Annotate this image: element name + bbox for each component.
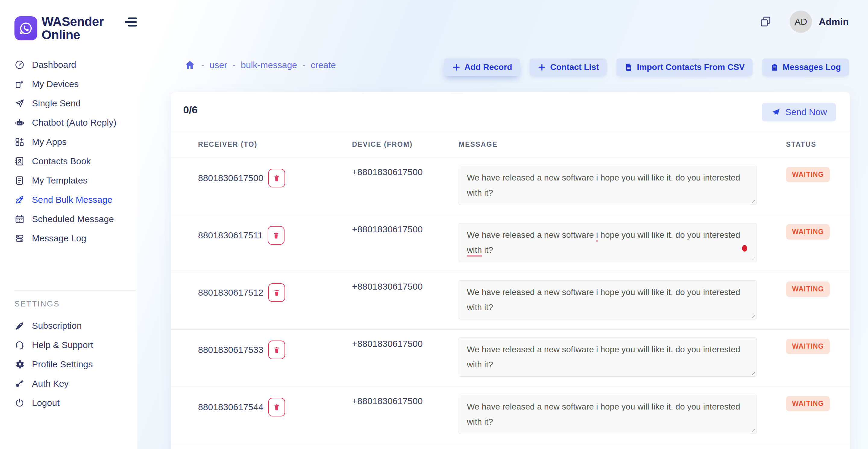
delete-row-button[interactable]: [268, 169, 285, 187]
app-window: WASender Online DashboardMy DevicesSingl…: [0, 0, 868, 449]
breadcrumb: -user-bulk-message-create: [184, 59, 336, 71]
plus-icon: [537, 63, 547, 72]
message-cell: We have released a new software i hope y…: [459, 272, 786, 329]
sidebar-item-scheduled-message[interactable]: Scheduled Message: [0, 210, 137, 229]
user-name: Admin: [818, 16, 849, 27]
sidebar-item-label: Single Send: [32, 98, 81, 108]
delete-row-button[interactable]: [268, 341, 285, 359]
csv-file-icon: [624, 63, 633, 72]
trash-icon: [272, 231, 280, 239]
message-textarea[interactable]: We have released a new software i hope y…: [459, 395, 756, 434]
user-menu[interactable]: AD Admin: [789, 10, 849, 33]
breadcrumb-item-user[interactable]: user: [210, 60, 227, 70]
sidebar-item-label: Profile Settings: [32, 359, 93, 370]
paper-plane-outline-icon: [14, 98, 25, 109]
key-icon: [14, 378, 25, 389]
sidebar-item-single-send[interactable]: Single Send: [0, 94, 137, 113]
resize-handle-icon[interactable]: [750, 370, 755, 375]
sidebar-toggle-icon[interactable]: [125, 18, 137, 27]
sidebar-item-label: My Apps: [32, 137, 67, 147]
sidebar-item-my-templates[interactable]: My Templates: [0, 171, 137, 190]
breadcrumb-item-create[interactable]: create: [311, 60, 336, 70]
delete-row-button[interactable]: [268, 398, 285, 416]
status-badge: WAITING: [786, 167, 830, 182]
table-row: 8801830617533 +8801830617500 We have rel…: [171, 330, 850, 387]
receiver-number: 8801830617533: [198, 341, 264, 355]
settings-section-label: SETTINGS: [14, 299, 60, 309]
receiver-cell: 8801830617500: [198, 158, 352, 215]
sidebar-item-help-support[interactable]: Help & Support: [0, 335, 137, 355]
sidebar-item-chatbot-auto-reply[interactable]: Chatbot (Auto Reply): [0, 113, 137, 132]
messages-log-button[interactable]: Messages Log: [762, 59, 849, 76]
delete-row-button[interactable]: [268, 226, 284, 245]
receiver-cell: 8801830617511: [198, 215, 352, 272]
table-row: 8801830617544 +8801830617500 We have rel…: [171, 387, 850, 444]
device-cell: +8801830617500: [352, 330, 459, 387]
window-copy-icon[interactable]: [759, 15, 772, 28]
sidebar-item-contacts-book[interactable]: Contacts Book: [0, 152, 137, 171]
button-label: Contact List: [550, 62, 599, 72]
sidebar-item-dashboard[interactable]: Dashboard: [0, 55, 137, 74]
sidebar-item-message-log[interactable]: Message Log: [0, 229, 137, 248]
table-row: 8801830617512 +8801830617500 We have rel…: [171, 272, 850, 330]
button-label: Add Record: [464, 62, 513, 72]
sidebar-item-profile-settings[interactable]: Profile Settings: [0, 355, 137, 374]
trash-icon: [273, 403, 281, 411]
sidebar-item-label: Dashboard: [32, 60, 76, 70]
brand-name: WASender Online: [41, 15, 104, 41]
receiver-number: 8801830617512: [198, 283, 264, 298]
resize-handle-icon[interactable]: [750, 427, 755, 432]
device-cell: +8801830617500: [352, 387, 459, 444]
send-now-button[interactable]: Send Now: [762, 103, 836, 122]
bulk-message-card: 0/6 Send Now RECEIVER (TO)DEVICE (FROM)M…: [171, 92, 850, 449]
message-textarea[interactable]: We have released a new software i hope y…: [459, 338, 756, 377]
delete-row-button[interactable]: [268, 283, 285, 302]
sidebar-item-label: Help & Support: [32, 340, 93, 350]
sidebar-item-my-apps[interactable]: My Apps: [0, 132, 137, 152]
sidebar-item-logout[interactable]: Logout: [0, 393, 137, 413]
resize-handle-icon[interactable]: [750, 313, 755, 318]
import-contacts-from-csv-button[interactable]: Import Contacts From CSV: [616, 59, 752, 76]
status-badge: WAITING: [786, 396, 830, 411]
sidebar-item-subscription[interactable]: Subscription: [0, 316, 137, 335]
sidebar-item-label: Auth Key: [32, 379, 69, 389]
sidebar-item-label: Scheduled Message: [32, 214, 114, 224]
apps-grid-icon: [14, 136, 25, 148]
grammar-checker-dot[interactable]: [742, 245, 747, 252]
gear-icon: [14, 359, 25, 370]
resize-handle-icon[interactable]: [750, 198, 755, 203]
status-badge: WAITING: [786, 339, 830, 354]
receiver-cell: 8801830617512: [198, 272, 352, 329]
message-textarea[interactable]: We have released a new software i hope y…: [459, 280, 756, 319]
message-cell: We have released a new software i hope y…: [459, 158, 786, 215]
contact-list-button[interactable]: Contact List: [530, 59, 607, 76]
resize-handle-icon[interactable]: [750, 256, 755, 260]
sidebar-item-my-devices[interactable]: My Devices: [0, 74, 137, 94]
home-icon[interactable]: [184, 59, 196, 71]
add-record-button[interactable]: Add Record: [444, 59, 520, 76]
status-cell: WAITING: [786, 215, 836, 272]
status-cell: WAITING: [786, 158, 836, 215]
robot-icon: [14, 117, 25, 128]
power-icon: [14, 397, 25, 409]
sidebar-item-send-bulk-message[interactable]: Send Bulk Message: [0, 190, 137, 210]
action-buttons: Add RecordContact ListImport Contacts Fr…: [444, 59, 849, 76]
message-cell: We have released a new software i hope y…: [459, 387, 786, 444]
dashboard-icon: [14, 59, 25, 70]
header-right: AD Admin: [759, 10, 849, 33]
button-label: Messages Log: [783, 62, 841, 72]
table-row: 8801830617500 +8801830617500 We have rel…: [171, 158, 850, 215]
column-header-message: MESSAGE: [459, 140, 786, 149]
message-textarea[interactable]: We have released a new software i hope y…: [459, 223, 756, 262]
message-textarea[interactable]: We have released a new software i hope y…: [459, 166, 756, 205]
status-cell: WAITING: [786, 387, 836, 444]
message-text: We have released a new software i hope y…: [467, 173, 740, 197]
clipboard-icon: [770, 63, 779, 72]
receiver-cell: 8801830617533: [198, 330, 352, 387]
sidebar-settings-menu: SubscriptionHelp & SupportProfile Settin…: [0, 316, 137, 413]
message-cell: We have released a new software i hope y…: [459, 215, 786, 272]
breadcrumb-item-bulk-message[interactable]: bulk-message: [241, 60, 297, 70]
sidebar-item-auth-key[interactable]: Auth Key: [0, 374, 137, 393]
brand-logo[interactable]: WASender Online: [14, 15, 104, 41]
trash-icon: [273, 346, 281, 354]
